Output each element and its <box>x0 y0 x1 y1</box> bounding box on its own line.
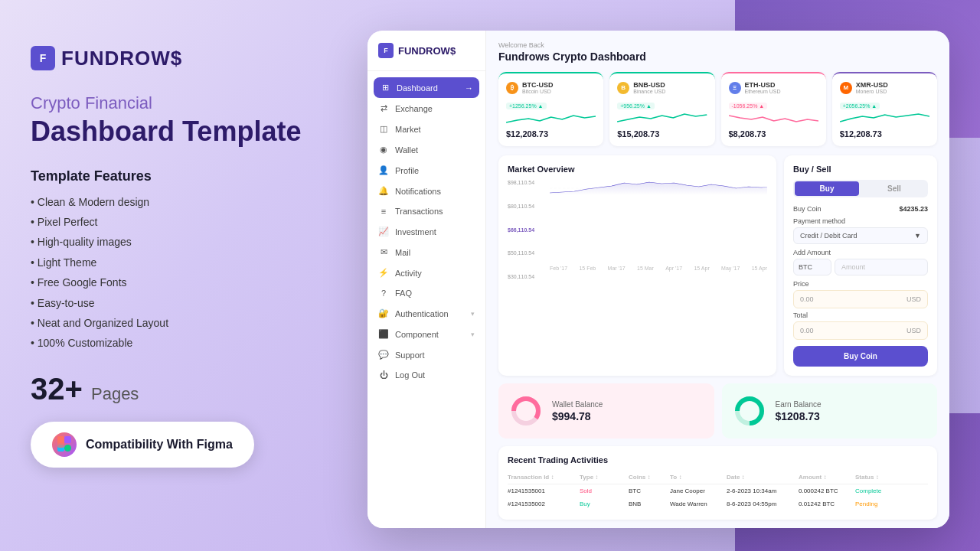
crypto-name: ETH-USD <box>745 81 781 89</box>
table-cell: Jane Cooper <box>670 487 724 494</box>
sidebar-label: Exchange <box>395 104 433 113</box>
sidebar-label: Authentication <box>395 309 449 318</box>
sidebar-label: Notifications <box>395 187 441 196</box>
crypto-badge: +1256.25% ▲ <box>506 103 547 109</box>
sidebar-item-component[interactable]: ⬛Component▾ <box>368 324 485 344</box>
crypto-sub: Bitcoin USD <box>522 89 554 94</box>
figma-icon <box>52 432 77 457</box>
svg-point-3 <box>64 445 71 452</box>
sidebar-item-authentication[interactable]: 🔐Authentication▾ <box>368 303 485 324</box>
chart-y-label: $66,110.54 <box>508 227 534 233</box>
crypto-badge: +2056.25% ▲ <box>840 103 880 109</box>
svg-rect-1 <box>64 436 71 443</box>
crypto-sub: Binance USD <box>633 89 665 94</box>
price-currency: USD <box>906 295 921 303</box>
earn-balance-label: Earn Balance <box>776 400 822 409</box>
brand-logo: F FUNDROW$ <box>31 46 337 70</box>
crypto-sub: Monero USD <box>856 89 888 94</box>
chart-x-label: 15 Apr <box>752 266 767 271</box>
sidebar-icon: ⊞ <box>380 83 390 93</box>
price-value: 0.00 <box>800 295 814 303</box>
wallet-balance-amount: $994.78 <box>552 410 603 422</box>
total-label: Total <box>793 311 928 319</box>
sidebar-item-mail[interactable]: ✉Mail <box>368 242 485 262</box>
sidebar-icon: ⇄ <box>378 103 389 113</box>
table-column-header: To ↕ <box>670 474 724 481</box>
dash-welcome: Welcome Back <box>498 41 937 49</box>
earn-donut-chart <box>733 394 766 428</box>
sidebar-item-notifications[interactable]: 🔔Notifications <box>368 181 485 201</box>
sidebar-icon: ✉ <box>378 247 389 257</box>
crypto-name: BNB-USD <box>633 81 665 89</box>
crypto-badge: -1056.25% ▲ <box>729 103 768 109</box>
sidebar-item-faq[interactable]: ?FAQ <box>368 283 485 303</box>
pages-count-row: 32+ Pages <box>31 372 337 406</box>
left-panel: F FUNDROW$ Crypto Financial Dashboard Te… <box>31 46 337 468</box>
sidebar-item-activity[interactable]: ⚡Activity <box>368 262 485 283</box>
dash-logo: F FUNDROW$ <box>368 43 485 71</box>
crypto-icon-eth: Ξ <box>729 82 741 94</box>
table-header: Transaction Id ↕Type ↕Coins ↕To ↕Date ↕A… <box>508 471 928 484</box>
chart-y-label: $80,110.54 <box>508 204 534 209</box>
sidebar-icon: ⬛ <box>378 329 389 339</box>
table-column-header: Status ↕ <box>855 474 893 481</box>
market-chart-area: $98,110.54$80,110.54$66,110.54$50,110.54… <box>508 180 767 279</box>
sidebar-label: FAQ <box>395 289 412 298</box>
sidebar-nav: ⊞Dashboard⇄Exchange◫Market◉Wallet👤Profil… <box>368 77 485 385</box>
sidebar-item-wallet[interactable]: ◉Wallet <box>368 139 485 160</box>
buy-tab[interactable]: Buy <box>795 181 859 196</box>
figma-text: Compatibility With Figma <box>86 438 233 452</box>
sidebar-item-transactions[interactable]: ≡Transactions <box>368 201 485 221</box>
amount-field[interactable]: Amount <box>835 259 928 276</box>
sidebar-label: Support <box>395 350 425 360</box>
sidebar-label: Dashboard <box>397 83 438 93</box>
svg-rect-4 <box>57 441 64 448</box>
crypto-cards: ₿ BTC-USD Bitcoin USD +1256.25% ▲ $12,20… <box>498 72 937 146</box>
crypto-badge: +956.25% ▲ <box>617 103 655 109</box>
figma-badge[interactable]: Compatibility With Figma <box>31 422 254 468</box>
payment-method-label: Payment method <box>793 217 928 225</box>
sidebar-item-market[interactable]: ◫Market <box>368 119 485 139</box>
table-cell: BNB <box>629 500 667 507</box>
feature-item: • Free Google Fonts <box>31 272 337 292</box>
price-label: Price <box>793 280 928 288</box>
table-cell: Pending <box>855 500 893 507</box>
tagline-2: Dashboard Template <box>31 116 337 147</box>
wallet-balance-label: Wallet Balance <box>552 400 603 409</box>
sidebar-icon: ⚡ <box>378 268 389 278</box>
sidebar-icon: ◫ <box>378 124 389 134</box>
sell-tab[interactable]: Sell <box>862 181 926 196</box>
sidebar-label: Transactions <box>395 207 443 216</box>
table-cell: 8-6-2023 04:55pm <box>727 500 795 507</box>
currency-select[interactable]: BTC <box>793 259 831 276</box>
sidebar-label: Wallet <box>395 145 418 155</box>
sidebar-label: Activity <box>395 269 422 278</box>
earn-info: Earn Balance $1208.73 <box>776 400 822 422</box>
table-row: #1241535001SoldBTCJane Cooper2-6-2023 10… <box>508 484 928 497</box>
buy-sell-tabs: Buy Sell <box>793 180 928 197</box>
earn-balance-amount: $1208.73 <box>776 410 822 422</box>
table-cell: Sold <box>580 487 626 494</box>
feature-item: • Light Theme <box>31 253 337 272</box>
charts-row: Market Overview $98,110.54$80,110.54$66,… <box>498 155 937 376</box>
crypto-card-eth: Ξ ETH-USD Ethereum USD -1056.25% ▲ $8,20… <box>721 72 826 146</box>
buy-sell-title: Buy / Sell <box>793 165 928 174</box>
sidebar-item-dashboard[interactable]: ⊞Dashboard <box>374 77 479 98</box>
buy-coin-button[interactable]: Buy Coin <box>793 346 928 367</box>
tagline-1: Crypto Financial <box>31 93 337 113</box>
crypto-price: $12,208.73 <box>506 129 596 139</box>
sidebar-label: Profile <box>395 166 419 175</box>
sidebar-item-support[interactable]: 💬Support <box>368 344 485 365</box>
sidebar-item-investment[interactable]: 📈Investment <box>368 221 485 242</box>
sidebar-icon: ? <box>378 289 389 298</box>
sidebar-item-log-out[interactable]: ⏻Log Out <box>368 365 485 385</box>
payment-method-input[interactable]: Credit / Debit Card ▼ <box>793 227 928 244</box>
chart-x-label: 15 Apr <box>694 266 709 271</box>
sidebar-item-profile[interactable]: 👤Profile <box>368 160 485 181</box>
add-amount-label: Add Amount <box>793 249 928 256</box>
wallet-info: Wallet Balance $994.78 <box>552 400 603 422</box>
sidebar-item-exchange[interactable]: ⇄Exchange <box>368 98 485 119</box>
chart-y-labels: $98,110.54$80,110.54$66,110.54$50,110.54… <box>508 180 534 279</box>
pages-number: 32+ <box>31 372 83 406</box>
table-column-header: Amount ↕ <box>799 474 852 481</box>
